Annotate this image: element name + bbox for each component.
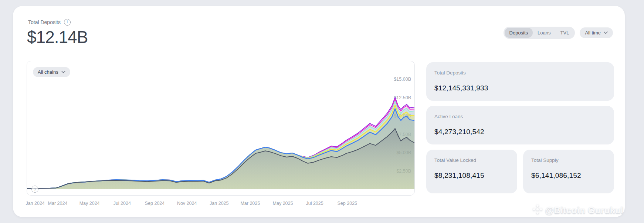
chart-controls: Deposits Loans TVL All time — [504, 27, 613, 39]
stat-label: Total Value Locked — [434, 157, 509, 163]
x-axis-tick: Mar 2024 — [48, 201, 68, 206]
x-axis-tick: May 2024 — [79, 201, 100, 206]
deposits-chart — [27, 61, 414, 195]
x-axis-tick: May 2025 — [273, 201, 293, 206]
stat-card-total-value-locked: Total Value Locked $8,231,108,415 — [426, 150, 517, 193]
stat-value: $12,145,331,933 — [434, 84, 606, 92]
x-axis-tick: Nov 2024 — [177, 201, 197, 206]
stat-row: Total Value Locked $8,231,108,415 Total … — [426, 150, 614, 193]
stat-label: Total Supply — [531, 157, 606, 163]
x-axis-tick: Jan 2025 — [210, 201, 228, 206]
stat-value: $8,231,108,415 — [434, 172, 509, 180]
stat-label: Active Loans — [434, 114, 606, 119]
stat-value: $4,273,210,542 — [434, 128, 606, 136]
metric-tab-group: Deposits Loans TVL — [504, 27, 575, 39]
info-icon[interactable]: i — [64, 19, 71, 26]
x-axis-tick: Mar 2025 — [240, 201, 260, 206]
watermark: @Bitcoin Gurukul — [533, 204, 623, 216]
time-range-select[interactable]: All time — [580, 27, 613, 38]
tab-tvl[interactable]: TVL — [556, 28, 574, 38]
chain-filter-label: All chains — [38, 69, 58, 75]
deposits-chart-panel: All chains $2.50B$5.00B$7.50B$10.00B$12.… — [27, 61, 415, 196]
tab-loans[interactable]: Loans — [533, 28, 555, 38]
x-axis-tick: Jul 2024 — [113, 201, 131, 206]
time-range-label: All time — [585, 30, 601, 36]
total-deposits-headline: $12.14B — [27, 27, 88, 47]
tab-deposits[interactable]: Deposits — [505, 28, 533, 38]
dashboard-card: Total Deposits i $12.14B Deposits Loans … — [13, 6, 625, 217]
help-icon[interactable]: ? — [31, 186, 38, 193]
x-axis-tick: Jul 2025 — [306, 201, 323, 206]
watermark-handle: @Bitcoin Gurukul — [545, 205, 623, 216]
x-axis-tick: Sep 2025 — [338, 201, 357, 206]
stat-card-total-deposits: Total Deposits $12,145,331,933 — [426, 62, 614, 101]
chevron-down-icon — [604, 31, 608, 34]
diamond-logo-icon — [533, 204, 542, 216]
x-axis-tick: Jan 2024 — [26, 201, 44, 206]
chain-filter-select[interactable]: All chains — [33, 67, 70, 77]
page-title: Total Deposits — [28, 19, 61, 25]
stat-label: Total Deposits — [434, 70, 606, 76]
x-axis-tick: Sep 2024 — [145, 201, 165, 206]
stat-card-total-supply: Total Supply $6,141,086,152 — [523, 150, 614, 193]
stat-value: $6,141,086,152 — [531, 172, 606, 180]
chevron-down-icon — [61, 71, 65, 73]
page-title-row: Total Deposits i — [28, 19, 71, 26]
stats-column: Total Deposits $12,145,331,933 Active Lo… — [426, 62, 614, 193]
stat-card-active-loans: Active Loans $4,273,210,542 — [426, 106, 614, 144]
x-axis-labels: Jan 2024Mar 2024May 2024Jul 2024Sep 2024… — [27, 201, 415, 207]
